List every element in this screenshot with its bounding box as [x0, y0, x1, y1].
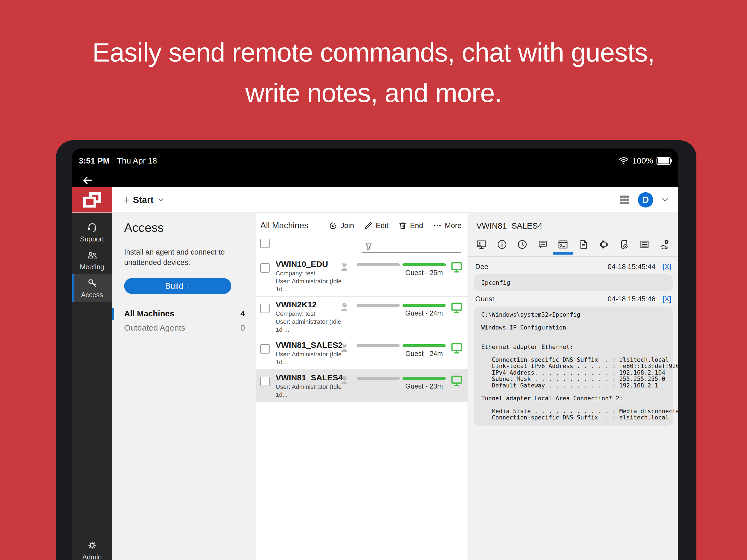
sidebar-item-admin[interactable]: Admin	[72, 536, 112, 560]
tab-services-icon[interactable]	[659, 239, 671, 250]
panel-title: Access	[124, 221, 256, 235]
message-sender: Guest	[475, 295, 494, 303]
host-duration-bar	[357, 263, 400, 266]
tab-event-log-icon[interactable]	[639, 239, 650, 250]
machines-title: All Machines	[260, 221, 308, 230]
access-description: Install an agent and connect to unattend…	[124, 247, 239, 268]
sidebar-item-support[interactable]: Support	[72, 219, 112, 246]
monitor-online-icon[interactable]	[450, 341, 463, 355]
machine-row[interactable]: VWIN10_EDU Company: test User: Administr…	[256, 256, 468, 297]
message-close-button[interactable]: [X]	[663, 295, 671, 303]
plus-icon: +	[123, 195, 129, 205]
tab-reboot-device-icon[interactable]	[618, 239, 630, 250]
machine-user: User: Administrator (Idle 1d...	[276, 383, 344, 399]
guest-duration-label: Guest - 23m	[397, 382, 451, 390]
tab-info-icon[interactable]	[496, 239, 508, 250]
machine-row[interactable]: VWIN81_SALES4 User: Administrator (Idle …	[256, 370, 468, 402]
sidebar-item-meeting[interactable]: Meeting	[72, 246, 112, 274]
guest-person-icon	[338, 342, 350, 354]
guest-duration-label: Guest - 24m	[397, 309, 451, 317]
plug-icon	[329, 221, 338, 230]
group-label: All Machines	[124, 309, 174, 318]
ellipsis-icon	[433, 221, 442, 230]
machine-name: VWIN2K12	[276, 299, 344, 310]
message-close-button[interactable]: [X]	[663, 262, 671, 271]
clock: 3:51 PM	[79, 156, 110, 166]
start-session-button[interactable]: + Start	[123, 195, 164, 205]
row-checkbox[interactable]	[260, 377, 269, 386]
sidebar-item-label: Meeting	[80, 263, 104, 271]
key-icon	[87, 278, 98, 288]
tab-processes-chip-icon[interactable]	[598, 239, 610, 250]
end-button[interactable]: End	[398, 221, 423, 230]
guest-duration-label: Guest - 24m	[397, 350, 451, 358]
monitor-online-icon[interactable]	[450, 261, 463, 274]
row-checkbox[interactable]	[260, 304, 269, 313]
machine-name: VWIN10_EDU	[276, 259, 344, 269]
machine-name: VWIN81_SALES4	[276, 373, 344, 383]
row-checkbox[interactable]	[260, 344, 269, 354]
marketing-banner: Easily send remote commands, chat with g…	[0, 0, 747, 560]
overlapping-squares-icon	[83, 192, 101, 207]
host-duration-bar	[357, 344, 400, 347]
guest-duration-bar	[403, 304, 446, 307]
start-label: Start	[133, 195, 153, 205]
machine-user: User: administrator (Idle 1d ...	[276, 318, 344, 334]
filter-row	[256, 235, 468, 255]
machines-toolbar: Join Edit	[329, 221, 462, 230]
app-logo[interactable]	[72, 187, 112, 212]
machine-user: User: Administrator (Idle 1d...	[276, 350, 344, 366]
tab-remote-monitor-icon[interactable]	[476, 239, 487, 250]
row-checkbox[interactable]	[260, 263, 269, 273]
more-button[interactable]: More	[433, 221, 462, 230]
join-button[interactable]: Join	[329, 221, 354, 230]
chevron-down-icon	[157, 196, 164, 203]
app-grid-icon[interactable]	[619, 194, 630, 206]
headline-line-1: Easily send remote commands, chat with g…	[0, 32, 747, 73]
tab-chat-icon[interactable]	[537, 239, 548, 250]
monitor-online-icon[interactable]	[450, 374, 463, 387]
host-duration-bar	[357, 377, 400, 380]
end-label: End	[410, 222, 423, 230]
guest-duration-label: Guest - 25m	[397, 269, 451, 277]
avatar[interactable]: D	[638, 192, 653, 207]
tab-notes-icon[interactable]	[578, 239, 589, 250]
tablet-mockup: 3:51 PM Thu Apr 18 100%	[56, 140, 696, 560]
edit-button[interactable]: Edit	[364, 221, 389, 230]
account-chevron-icon[interactable]	[661, 196, 669, 204]
filter-funnel-icon	[364, 242, 374, 252]
machine-company: Company: test	[276, 310, 344, 318]
app-window: + Start	[72, 187, 678, 560]
wifi-icon	[618, 157, 629, 165]
battery-percent: 100%	[632, 156, 653, 166]
build-button[interactable]: Build +	[124, 278, 231, 294]
people-icon	[87, 250, 98, 261]
select-all-checkbox[interactable]	[260, 239, 269, 248]
sidebar-item-access[interactable]: Access	[72, 274, 112, 302]
tab-history-clock-icon[interactable]	[516, 239, 528, 250]
tab-terminal-icon[interactable]	[557, 239, 569, 250]
filter-input[interactable]	[362, 252, 461, 253]
guest-person-icon	[338, 261, 350, 273]
monitor-online-icon[interactable]	[450, 301, 463, 314]
group-count: 4	[240, 309, 245, 318]
battery-icon	[656, 157, 671, 165]
sidebar-item-label: Admin	[82, 553, 102, 560]
command-bubble: Ipconfig	[473, 274, 673, 291]
headline: Easily send remote commands, chat with g…	[0, 32, 747, 113]
back-arrow-icon[interactable]	[82, 175, 93, 186]
gear-icon	[87, 540, 98, 551]
group-outdated-agents[interactable]: Outdated Agents 0	[112, 321, 256, 335]
detail-tabs	[476, 239, 671, 250]
guest-person-icon	[338, 375, 350, 386]
machine-name: VWIN81_SALES2	[276, 340, 344, 350]
detail-title: VWIN81_SALES4	[476, 221, 678, 230]
group-all-machines[interactable]: All Machines 4	[112, 307, 256, 321]
group-count: 0	[240, 323, 245, 332]
machine-row[interactable]: VWIN81_SALES2 User: Administrator (Idle …	[256, 337, 468, 370]
terminal-output: C:\Windows\system32>Ipconfig Windows IP …	[481, 311, 665, 421]
more-label: More	[445, 222, 462, 230]
machine-row[interactable]: VWIN2K12 Company: test User: administrat…	[256, 297, 468, 337]
message-timestamp: 04-18 15:45:44	[608, 262, 655, 271]
guest-person-icon	[338, 302, 350, 313]
